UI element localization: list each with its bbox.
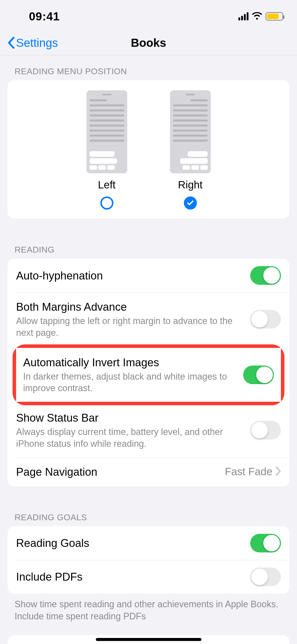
menu-left-label: Left: [98, 179, 115, 191]
invert-images-toggle[interactable]: [243, 366, 274, 384]
reading-goals-label: Reading Goals: [16, 536, 243, 550]
page-title: Books: [131, 36, 166, 50]
menu-position-left-option[interactable]: Left: [87, 90, 127, 210]
back-button[interactable]: Settings: [8, 36, 58, 50]
invert-images-description: In darker themes, adjust black and white…: [23, 371, 236, 394]
both-margins-toggle[interactable]: [250, 310, 281, 329]
goals-footer: Show time spent reading and other achiev…: [0, 594, 297, 625]
back-label: Settings: [16, 36, 58, 50]
status-time: 09:41: [29, 10, 60, 23]
section-header-reading: READING: [0, 234, 297, 259]
invert-images-row: Automatically Invert Images In darker th…: [16, 348, 281, 402]
chevron-right-icon: [275, 467, 281, 477]
include-pdfs-label: Include PDFs: [16, 570, 243, 584]
reading-group: Auto-hyphenation Both Margins Advance Al…: [8, 259, 289, 486]
menu-right-preview-icon: [170, 90, 211, 173]
page-navigation-label: Page Navigation: [16, 465, 217, 479]
page-navigation-value: Fast Fade: [225, 466, 272, 478]
both-margins-description: Allow tapping the left or right margin t…: [16, 315, 243, 339]
goals-group: Reading Goals Include PDFs: [8, 526, 289, 594]
include-pdfs-row: Include PDFs: [8, 560, 289, 594]
home-indicator[interactable]: [96, 638, 201, 641]
status-bar: 09:41: [0, 0, 297, 30]
auto-hyphenation-toggle[interactable]: [250, 266, 281, 285]
reading-goals-toggle[interactable]: [250, 534, 281, 552]
radio-checked-icon: [184, 196, 197, 210]
radio-unchecked-icon: [100, 196, 113, 210]
chevron-left-icon: [8, 37, 15, 49]
both-margins-label: Both Margins Advance: [16, 300, 243, 314]
highlight-annotation: Automatically Invert Images In darker th…: [13, 344, 284, 406]
menu-left-preview-icon: [87, 90, 127, 173]
page-navigation-row[interactable]: Page Navigation Fast Fade: [8, 457, 289, 486]
menu-position-group: Left Right: [8, 80, 289, 219]
navigation-bar: Settings Books: [0, 30, 297, 55]
include-pdfs-toggle[interactable]: [250, 568, 281, 586]
reading-goals-row: Reading Goals: [8, 526, 289, 560]
cellular-signal-icon: [238, 12, 248, 20]
status-bar-label: Show Status Bar: [16, 411, 243, 425]
section-header-goals: READING GOALS: [0, 501, 297, 526]
status-indicators: [238, 12, 283, 21]
status-bar-row: Show Status Bar Always display current t…: [8, 403, 289, 457]
clear-reading-goals-label: Clear Reading Goals Data: [16, 643, 273, 644]
auto-hyphenation-row: Auto-hyphenation: [8, 259, 289, 292]
menu-position-right-option[interactable]: Right: [170, 90, 211, 210]
auto-hyphenation-label: Auto-hyphenation: [16, 269, 243, 283]
wifi-icon: [252, 12, 262, 21]
section-header-menu-position: READING MENU POSITION: [0, 55, 297, 80]
invert-images-label: Automatically Invert Images: [23, 355, 236, 369]
battery-icon: [266, 12, 283, 21]
both-margins-row: Both Margins Advance Allow tapping the l…: [8, 292, 289, 346]
status-bar-toggle[interactable]: [250, 421, 281, 439]
status-bar-description: Always display current time, battery lev…: [16, 426, 243, 450]
menu-right-label: Right: [178, 179, 202, 191]
